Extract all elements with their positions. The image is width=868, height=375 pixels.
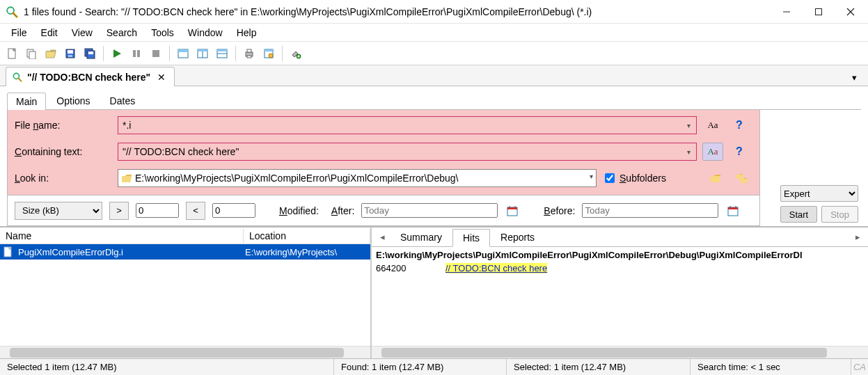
- toolbar-separator: [282, 46, 283, 61]
- menu-edit[interactable]: Edit: [34, 26, 65, 40]
- tab-main[interactable]: Main: [7, 93, 46, 110]
- size-unit-select[interactable]: Size (kB): [15, 202, 102, 220]
- tab-prev-icon[interactable]: ◂: [374, 232, 390, 242]
- match-case-toggle-icon[interactable]: Aa: [702, 143, 723, 161]
- case-sensitive-icon[interactable]: Aa: [702, 116, 723, 134]
- folder-icon: [121, 173, 132, 183]
- close-tab-icon[interactable]: ✕: [155, 72, 168, 83]
- tab-hits[interactable]: Hits: [452, 229, 490, 247]
- before-date-input[interactable]: [582, 203, 718, 218]
- details-tabs: ◂ Summary Hits Reports ▸: [372, 228, 868, 247]
- subfolders-checkbox-input[interactable]: [605, 173, 615, 183]
- status-time: Search time: < 1 sec: [691, 359, 851, 375]
- chevron-down-icon[interactable]: ▾: [684, 120, 693, 131]
- after-label: After:: [331, 205, 354, 216]
- file-name-input[interactable]: *.i ▾: [118, 116, 697, 134]
- stop-button[interactable]: Stop: [821, 206, 858, 223]
- tab-reports[interactable]: Reports: [490, 228, 545, 246]
- menu-window[interactable]: Window: [181, 26, 230, 40]
- pause-search-icon[interactable]: [127, 45, 145, 63]
- hit-row[interactable]: 664200 // TODO:BCN check here: [372, 262, 868, 275]
- layout2-icon[interactable]: [194, 45, 212, 63]
- look-in-input[interactable]: E:\working\MyProjects\PugiXmlCompileErro…: [118, 169, 597, 187]
- menu-tools[interactable]: Tools: [144, 26, 181, 40]
- options-icon[interactable]: [260, 45, 278, 63]
- subfolders-checkbox[interactable]: Subfolders: [602, 171, 666, 185]
- col-name[interactable]: Name: [0, 229, 244, 243]
- folders-tree-icon[interactable]: [732, 169, 752, 187]
- status-bar: Selected 1 item (12.47 MB) Found: 1 item…: [0, 358, 868, 375]
- plugins-icon[interactable]: [287, 45, 305, 63]
- files-hscroll[interactable]: [0, 346, 370, 358]
- form-sidebar: Expert Start Stop: [780, 185, 858, 223]
- window-maximize-button[interactable]: [803, 0, 835, 24]
- after-date-input[interactable]: [361, 203, 498, 218]
- new-icon[interactable]: [3, 45, 21, 63]
- start-search-icon[interactable]: [108, 45, 126, 63]
- menu-search[interactable]: Search: [100, 26, 144, 40]
- svg-rect-29: [247, 56, 251, 58]
- search-tab[interactable]: "// TODO:BCN check here" ✕: [6, 67, 175, 86]
- magnifier-icon: [12, 72, 23, 83]
- hit-match-text: // TODO:BCN check here: [445, 263, 547, 273]
- tab-options[interactable]: Options: [47, 92, 99, 109]
- search-form: Main Options Dates Expert Start Stop Fil…: [0, 86, 868, 227]
- help-icon[interactable]: ?: [729, 143, 750, 161]
- tabstrip-menu-icon[interactable]: ▾: [846, 70, 862, 86]
- layout3-icon[interactable]: [213, 45, 231, 63]
- greater-than-icon[interactable]: >: [109, 202, 129, 220]
- status-selected-left: Selected 1 item (12.47 MB): [0, 359, 334, 375]
- help-icon[interactable]: ?: [729, 116, 750, 134]
- search-tabstrip: "// TODO:BCN check here" ✕ ▾: [0, 65, 868, 86]
- menu-help[interactable]: Help: [230, 26, 264, 40]
- layout1-icon[interactable]: [174, 45, 192, 63]
- status-found: Found: 1 item (12.47 MB): [334, 359, 507, 375]
- svg-rect-18: [152, 50, 159, 57]
- search-tab-label: "// TODO:BCN check here": [27, 72, 150, 83]
- file-row[interactable]: PugiXmlCompileErrorDlg.i E:\working\MyPr…: [0, 244, 370, 260]
- window-title: 1 files found - Search: "// TODO:BCN che…: [24, 6, 771, 17]
- menu-bar: File Edit View Search Tools Window Help: [0, 24, 868, 42]
- less-than-icon[interactable]: <: [186, 202, 205, 220]
- toolbar-separator: [169, 46, 170, 61]
- window-minimize-button[interactable]: [771, 0, 803, 24]
- size-hi-input[interactable]: [212, 203, 255, 218]
- chevron-down-icon[interactable]: ▾: [684, 146, 693, 157]
- details-hscroll[interactable]: [372, 346, 868, 358]
- svg-rect-14: [88, 51, 93, 54]
- svg-rect-8: [29, 51, 35, 59]
- mode-select[interactable]: Expert: [780, 185, 858, 202]
- chevron-down-icon[interactable]: ▾: [590, 173, 593, 180]
- file-icon: [0, 246, 15, 257]
- browse-folder-icon[interactable]: [705, 169, 726, 187]
- svg-rect-39: [507, 207, 517, 209]
- menu-file[interactable]: File: [4, 26, 34, 40]
- start-button[interactable]: Start: [780, 206, 817, 223]
- open-icon[interactable]: [42, 45, 60, 63]
- calendar-icon[interactable]: [725, 203, 741, 218]
- tab-summary[interactable]: Summary: [390, 228, 452, 246]
- window-close-button[interactable]: [835, 0, 867, 24]
- tab-dates[interactable]: Dates: [101, 92, 145, 109]
- form-tabs: Main Options Dates: [7, 90, 861, 110]
- print-icon[interactable]: [240, 45, 258, 63]
- hit-line-number: 664200: [376, 263, 445, 273]
- svg-rect-43: [728, 207, 738, 209]
- size-lo-input[interactable]: [136, 203, 179, 218]
- file-name-cell: PugiXmlCompileErrorDlg.i: [15, 247, 242, 257]
- menu-view[interactable]: View: [65, 26, 100, 40]
- calendar-icon[interactable]: [505, 203, 520, 218]
- svg-rect-11: [68, 55, 72, 57]
- save-all-icon[interactable]: [81, 45, 99, 63]
- tab-next-icon[interactable]: ▸: [850, 232, 865, 242]
- svg-rect-17: [137, 50, 140, 57]
- toolbar-separator: [235, 46, 236, 61]
- toolbar-separator: [103, 46, 104, 61]
- containing-text-input[interactable]: "// TODO:BCN check here" ▾: [118, 143, 697, 161]
- criteria-row: Size (kB) > < Modified: After: Before:: [7, 196, 760, 226]
- copy-icon[interactable]: [22, 45, 40, 63]
- save-icon[interactable]: [61, 45, 79, 63]
- col-location[interactable]: Location: [244, 229, 370, 243]
- stop-search-icon[interactable]: [147, 45, 165, 63]
- svg-rect-10: [68, 50, 73, 54]
